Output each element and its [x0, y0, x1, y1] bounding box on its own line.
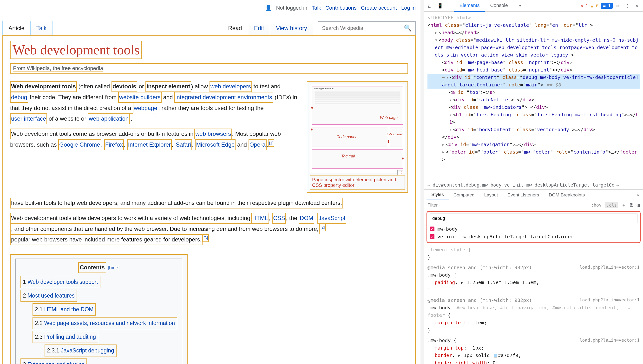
- rule-source-link[interactable]: load.php?la…in=vector:1: [580, 337, 640, 344]
- toc-item[interactable]: 1 Web developer tools support: [21, 276, 101, 288]
- checkbox-icon[interactable]: ✓: [430, 226, 434, 231]
- toc: Contents [hide] 1 Web developer tools su…: [10, 254, 188, 364]
- dom-content-close[interactable]: </div>: [427, 133, 640, 141]
- print-icon[interactable]: 🖶: [629, 202, 633, 208]
- dom-head[interactable]: ▸<head>…</head>: [427, 29, 640, 36]
- new-rule-icon[interactable]: ＋: [621, 202, 626, 208]
- personal-bar: 👤 Not logged in Talk Contributions Creat…: [3, 0, 416, 14]
- rule-source-link[interactable]: load.php?la…in=vector:1: [580, 296, 640, 303]
- styles-tab-computed[interactable]: Computed: [449, 190, 479, 200]
- styles-filter-input[interactable]: [427, 202, 588, 208]
- dom-content-selected[interactable]: ⋯▾<div id="content" class="debug mw-body…: [427, 74, 640, 88]
- breadcrumb[interactable]: ⋯ div#content.debug.mw-body.ve-init-mw-d…: [424, 180, 643, 190]
- dom-sitenotice[interactable]: ▸<div id="siteNotice">…</div>: [427, 96, 640, 104]
- dom-bodycontent[interactable]: ▸<div id="bodyContent" class="vector-bod…: [427, 126, 640, 133]
- article-content: Web development tools From Wikipedia, th…: [3, 36, 416, 364]
- close-icon[interactable]: ✕: [634, 2, 640, 10]
- devtools-tab-more[interactable]: »: [513, 0, 526, 12]
- tab-edit[interactable]: Edit: [248, 21, 270, 36]
- toc-hide-link[interactable]: [hide]: [108, 265, 120, 270]
- devtools-panel: ⬚ 📱 Elements Console » ⊗ 1 ▲ 6 ▬ 1 ⚙ ⋮ ✕…: [424, 0, 643, 364]
- user-icon: 👤: [265, 5, 272, 11]
- page-title: Web development tools: [10, 41, 142, 59]
- cls-toggle[interactable]: .cls: [605, 202, 618, 208]
- toggle-pane-icon[interactable]: ◨: [637, 202, 640, 208]
- toc-item[interactable]: 2.3.1 JavaScript debugging: [45, 344, 117, 357]
- devtools-tab-elements[interactable]: Elements: [454, 0, 485, 12]
- warning-badge[interactable]: ▲ 6: [591, 3, 599, 8]
- toc-item[interactable]: 2 Most used features: [21, 290, 77, 302]
- search-input[interactable]: [318, 22, 400, 35]
- info-badge[interactable]: ▬ 1: [601, 3, 613, 9]
- styles-tab-dom-bp[interactable]: DOM Breakpoints: [544, 190, 589, 200]
- dom-footer[interactable]: ▸<footer id="footer" class="mw-footer" r…: [427, 148, 640, 163]
- search-button[interactable]: 🔍: [400, 22, 415, 34]
- personal-link-create-account[interactable]: Create account: [361, 5, 397, 11]
- dom-page-base[interactable]: <div id="mw-page-base" class="noprint"><…: [427, 59, 640, 66]
- infobox-image[interactable]: Viewing Documents Web-page Code panel St…: [310, 84, 405, 173]
- tab-read[interactable]: Read: [222, 21, 248, 36]
- class-editor-panel: ✓ mw-body ✓ ve-init-mw-desktopArticleTar…: [426, 211, 640, 243]
- paragraph-3: Web development tools allow developers t…: [10, 213, 408, 245]
- dom-navigation[interactable]: ▸<div id="mw-navigation">…</div>: [427, 141, 640, 148]
- rule-margin-left[interactable]: load.php?la…in=vector:1 @media screen an…: [427, 296, 640, 334]
- more-menu-icon[interactable]: ⋮: [623, 2, 632, 10]
- wikipedia-page: 👤 Not logged in Talk Contributions Creat…: [0, 0, 424, 364]
- class-item-mw-body[interactable]: ✓ mw-body: [430, 225, 637, 233]
- toc-header: Contents [hide]: [21, 262, 177, 273]
- not-logged-in-text: Not logged in: [276, 5, 307, 11]
- tab-view-history[interactable]: View history: [270, 21, 313, 36]
- dom-head-base[interactable]: <div id="mw-head-base" class="noprint"><…: [427, 66, 640, 74]
- rule-element-style[interactable]: element.style { }: [427, 246, 640, 261]
- hov-toggle[interactable]: :hov: [591, 202, 601, 208]
- styles-tab-more-icon[interactable]: »: [636, 192, 640, 198]
- styles-filter-row: :hov .cls ＋ 🖶 ◨: [424, 200, 643, 210]
- dom-body[interactable]: ▾<body class="mediawiki ltr sitedir-ltr …: [427, 36, 640, 59]
- rule-mw-body-media[interactable]: load.php?la…in=vector:1 @media screen an…: [427, 264, 640, 294]
- devtools-toolbar: ⬚ 📱 Elements Console » ⊗ 1 ▲ 6 ▬ 1 ⚙ ⋮ ✕: [424, 0, 643, 12]
- dom-html[interactable]: <html class="client-js ve-available" lan…: [427, 22, 640, 29]
- styles-tab-events[interactable]: Event Listeners: [503, 190, 544, 200]
- toc-item[interactable]: 2.1 HTML and the DOM: [33, 303, 96, 316]
- tab-article[interactable]: Article: [3, 21, 31, 36]
- rule-mw-body-border[interactable]: load.php?la…in=vector:1 .mw-body { margi…: [427, 337, 640, 364]
- dom-doctype[interactable]: <!DOCTYPE html>: [427, 14, 640, 22]
- settings-icon[interactable]: ⚙: [614, 2, 621, 10]
- dom-top-anchor[interactable]: <a id="top"></a>: [427, 88, 640, 96]
- styles-tab-styles[interactable]: Styles: [426, 190, 449, 200]
- personal-link-login[interactable]: Log in: [401, 5, 416, 11]
- styles-rules[interactable]: element.style { } load.php?la…in=vector:…: [424, 244, 643, 364]
- personal-link-contributions[interactable]: Contributions: [325, 5, 357, 11]
- tab-talk[interactable]: Talk: [31, 21, 53, 36]
- class-editor-input[interactable]: [430, 214, 637, 223]
- search-icon: 🔍: [404, 24, 412, 32]
- toc-item[interactable]: 2.3 Profiling and auditing: [33, 331, 98, 343]
- toc-item[interactable]: 2.2 Web page assets, resources and netwo…: [33, 317, 177, 329]
- tagline: From Wikipedia, the free encyclopedia: [10, 63, 408, 74]
- search-box: 🔍: [318, 22, 416, 35]
- page-tabs-row: Article Talk Read Edit View history 🔍: [3, 21, 416, 36]
- dom-tree[interactable]: <!DOCTYPE html> <html class="client-js v…: [424, 12, 643, 180]
- expand-icon[interactable]: ⛶: [397, 170, 403, 175]
- infobox-caption: ⛶ Page inspector with element picker and…: [310, 175, 405, 190]
- devtools-tab-console[interactable]: Console: [485, 0, 513, 12]
- styles-tabs: Styles Computed Layout Event Listeners D…: [424, 190, 643, 200]
- devtools-badges: ⊗ 1 ▲ 6 ▬ 1: [580, 3, 613, 9]
- error-badge[interactable]: ⊗ 1: [580, 3, 588, 8]
- checkbox-icon[interactable]: ✓: [430, 234, 434, 239]
- rule-source-link[interactable]: load.php?la…in=vector:1: [580, 264, 640, 270]
- dom-h1[interactable]: ▸<h1 id="firstHeading" class="firstHeadi…: [427, 111, 640, 126]
- dom-indicators[interactable]: <div class="mw-indicators"> </div>: [427, 104, 640, 111]
- toc-item[interactable]: 3 Extensions and plugins: [21, 358, 87, 364]
- personal-link-talk[interactable]: Talk: [312, 5, 321, 11]
- inspect-element-icon[interactable]: ⬚: [426, 2, 433, 10]
- class-item-ve-init[interactable]: ✓ ve-init-mw-desktopArticleTarget-target…: [430, 233, 637, 240]
- infobox: Viewing Documents Web-page Code panel St…: [307, 81, 408, 193]
- styles-tab-layout[interactable]: Layout: [479, 190, 503, 200]
- device-toggle-icon[interactable]: 📱: [435, 2, 445, 10]
